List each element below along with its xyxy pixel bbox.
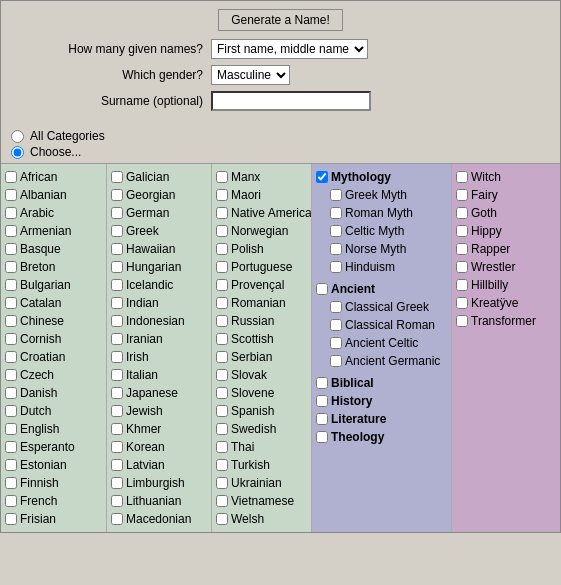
lithuanian-checkbox[interactable] [111,495,123,507]
hinduism-checkbox[interactable] [330,261,342,273]
serbian-checkbox[interactable] [216,351,228,363]
basque-checkbox[interactable] [5,243,17,255]
chinese-checkbox[interactable] [5,315,17,327]
mythology-checkbox[interactable] [316,171,328,183]
icelandic-checkbox[interactable] [111,279,123,291]
slovak-checkbox[interactable] [216,369,228,381]
african-checkbox[interactable] [5,171,17,183]
classical-roman-checkbox[interactable] [330,319,342,331]
kreatyve-checkbox[interactable] [456,297,468,309]
wrestler-checkbox[interactable] [456,261,468,273]
arabic-checkbox[interactable] [5,207,17,219]
rapper-checkbox[interactable] [456,243,468,255]
spanish-checkbox[interactable] [216,405,228,417]
turkish-checkbox[interactable] [216,459,228,471]
irish-checkbox[interactable] [111,351,123,363]
main-container: Generate a Name! How many given names? F… [0,0,561,533]
japanese-checkbox[interactable] [111,387,123,399]
finnish-checkbox[interactable] [5,477,17,489]
biblical-checkbox[interactable] [316,377,328,389]
estonian-checkbox[interactable] [5,459,17,471]
norse-myth-checkbox[interactable] [330,243,342,255]
catalan-checkbox[interactable] [5,297,17,309]
english-checkbox[interactable] [5,423,17,435]
greek-myth-checkbox[interactable] [330,189,342,201]
greek-checkbox[interactable] [111,225,123,237]
given-names-select[interactable]: First name, middle name First name only … [211,39,368,59]
choose-row: Choose... [11,145,550,159]
fairy-checkbox[interactable] [456,189,468,201]
norwegian-checkbox[interactable] [216,225,228,237]
surname-input[interactable] [211,91,371,111]
armenian-checkbox[interactable] [5,225,17,237]
khmer-checkbox[interactable] [111,423,123,435]
column-4: Mythology Greek Myth Roman Myth Celtic M… [311,164,451,532]
roman-myth-checkbox[interactable] [330,207,342,219]
indonesian-checkbox[interactable] [111,315,123,327]
maori-checkbox[interactable] [216,189,228,201]
polish-checkbox[interactable] [216,243,228,255]
manx-checkbox[interactable] [216,171,228,183]
indian-checkbox[interactable] [111,297,123,309]
iranian-checkbox[interactable] [111,333,123,345]
list-item: Jewish [111,402,207,420]
list-item: Hungarian [111,258,207,276]
all-categories-radio[interactable] [11,130,24,143]
hillbilly-checkbox[interactable] [456,279,468,291]
generate-button[interactable]: Generate a Name! [218,9,343,31]
croatian-checkbox[interactable] [5,351,17,363]
transformer-checkbox[interactable] [456,315,468,327]
thai-checkbox[interactable] [216,441,228,453]
ancient-checkbox[interactable] [316,283,328,295]
list-item: Finnish [5,474,102,492]
slovene-checkbox[interactable] [216,387,228,399]
bulgarian-checkbox[interactable] [5,279,17,291]
korean-checkbox[interactable] [111,441,123,453]
celtic-myth-checkbox[interactable] [330,225,342,237]
portuguese-checkbox[interactable] [216,261,228,273]
latvian-checkbox[interactable] [111,459,123,471]
literature-checkbox[interactable] [316,413,328,425]
provencal-checkbox[interactable] [216,279,228,291]
frisian-checkbox[interactable] [5,513,17,525]
italian-checkbox[interactable] [111,369,123,381]
choose-radio[interactable] [11,146,24,159]
georgian-checkbox[interactable] [111,189,123,201]
scottish-checkbox[interactable] [216,333,228,345]
albanian-checkbox[interactable] [5,189,17,201]
hippy-checkbox[interactable] [456,225,468,237]
ukrainian-checkbox[interactable] [216,477,228,489]
list-item: Transformer [456,312,556,330]
native-american-checkbox[interactable] [216,207,228,219]
jewish-checkbox[interactable] [111,405,123,417]
esperanto-checkbox[interactable] [5,441,17,453]
list-item: Mythology [316,168,447,186]
ancient-germanic-checkbox[interactable] [330,355,342,367]
ancient-celtic-checkbox[interactable] [330,337,342,349]
german-checkbox[interactable] [111,207,123,219]
list-item: Korean [111,438,207,456]
witch-checkbox[interactable] [456,171,468,183]
history-checkbox[interactable] [316,395,328,407]
welsh-checkbox[interactable] [216,513,228,525]
czech-checkbox[interactable] [5,369,17,381]
limburgish-checkbox[interactable] [111,477,123,489]
classical-greek-checkbox[interactable] [330,301,342,313]
dutch-checkbox[interactable] [5,405,17,417]
list-item: Thai [216,438,307,456]
hungarian-checkbox[interactable] [111,261,123,273]
goth-checkbox[interactable] [456,207,468,219]
breton-checkbox[interactable] [5,261,17,273]
vietnamese-checkbox[interactable] [216,495,228,507]
romanian-checkbox[interactable] [216,297,228,309]
russian-checkbox[interactable] [216,315,228,327]
cornish-checkbox[interactable] [5,333,17,345]
french-checkbox[interactable] [5,495,17,507]
hawaiian-checkbox[interactable] [111,243,123,255]
theology-checkbox[interactable] [316,431,328,443]
gender-select[interactable]: Masculine Feminine [211,65,290,85]
macedonian-checkbox[interactable] [111,513,123,525]
danish-checkbox[interactable] [5,387,17,399]
swedish-checkbox[interactable] [216,423,228,435]
galician-checkbox[interactable] [111,171,123,183]
